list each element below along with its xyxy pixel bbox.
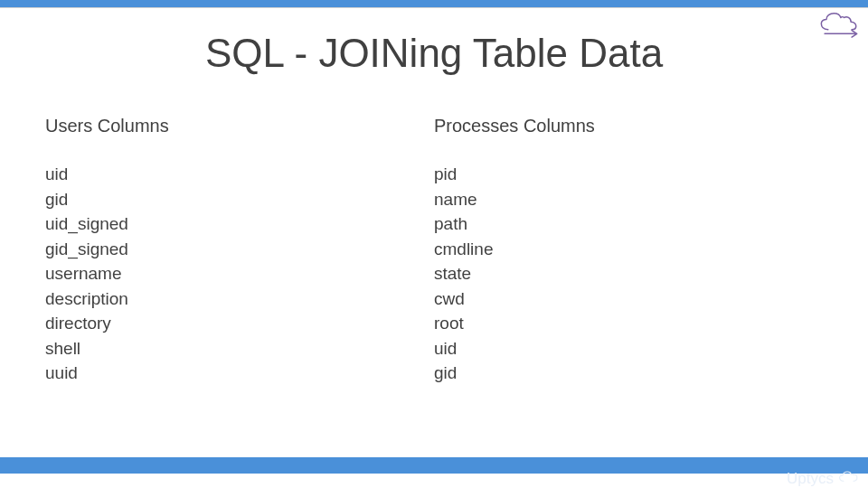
columns-container: Users Columns uidgiduid_signedgid_signed… [45,116,823,386]
list-item: path [434,211,823,237]
brand-text: Uptycs [787,470,834,488]
list-item: username [45,261,434,286]
list-item: state [434,261,823,286]
list-item: uuid [45,361,434,386]
list-item: shell [45,336,434,361]
right-column-header: Processes Columns [434,116,823,136]
slide-title: SQL - JOINing Table Data [0,31,868,76]
list-item: cmdline [434,237,823,262]
list-item: gid [45,187,434,212]
list-item: gid_signed [45,237,434,262]
right-column: Processes Columns pidnamepathcmdlinestat… [434,116,823,386]
list-item: name [434,187,823,212]
list-item: uid_signed [45,211,434,237]
left-column: Users Columns uidgiduid_signedgid_signed… [45,116,434,386]
bottom-accent-bar [0,457,868,474]
left-column-items: uidgiduid_signedgid_signedusernamedescri… [45,162,434,386]
top-accent-bar [0,0,868,7]
list-item: cwd [434,286,823,312]
list-item: description [45,286,434,312]
brand-label: Uptycs [787,469,859,488]
left-column-header: Users Columns [45,116,434,136]
list-item: uid [45,162,434,187]
slide: SQL - JOINing Table Data Users Columns u… [0,0,868,488]
list-item: directory [45,311,434,336]
list-item: root [434,311,823,336]
list-item: pid [434,162,823,187]
cloud-icon [837,469,859,488]
list-item: uid [434,336,823,361]
right-column-items: pidnamepathcmdlinestatecwdrootuidgid [434,162,823,386]
list-item: gid [434,361,823,386]
